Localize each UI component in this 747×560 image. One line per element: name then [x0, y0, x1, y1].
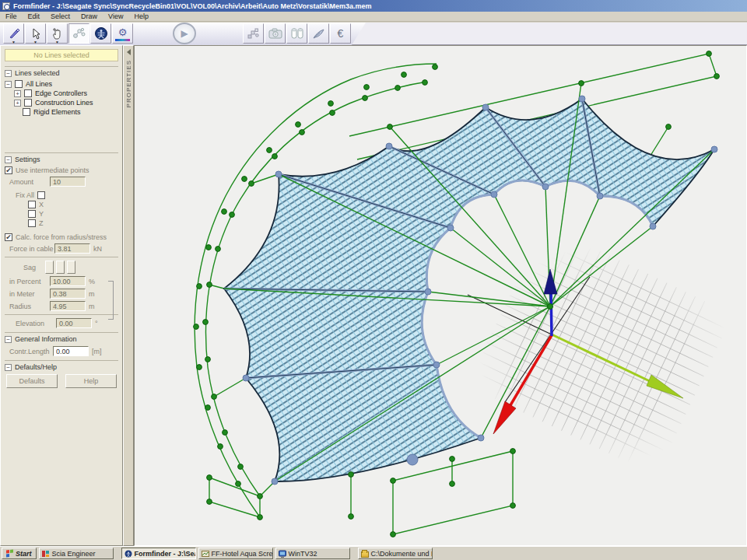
euro-icon: €: [338, 27, 344, 40]
toolbar: ▼ ▼ ▼: [0, 23, 747, 45]
model-viewport[interactable]: [134, 45, 747, 546]
construction-lines-checkbox[interactable]: [24, 99, 32, 107]
snapshot-button[interactable]: [265, 23, 286, 44]
axis-triad: [493, 269, 683, 434]
amount-field[interactable]: [50, 177, 86, 187]
menu-edit[interactable]: Edit: [23, 12, 46, 21]
radius-unit: m: [89, 303, 95, 310]
section-lines-selected: − Lines selected − All Lines + Edge Cont…: [5, 66, 118, 149]
dropdown-arrow-icon[interactable]: ▼: [33, 40, 37, 44]
settings-gear-button[interactable]: ⚙: [112, 23, 133, 44]
in-percent-field[interactable]: [50, 276, 86, 286]
contr-length-field[interactable]: [53, 346, 89, 356]
arc-endcap-quad: [209, 478, 260, 517]
settings-title: Settings: [15, 156, 40, 163]
section-settings: − Settings ✔ Use intermediate points Amo…: [5, 152, 118, 328]
collapse-panel-icon[interactable]: [127, 49, 131, 55]
menu-view[interactable]: View: [103, 12, 128, 21]
all-lines-checkbox[interactable]: [15, 80, 23, 88]
spools-icon: [290, 27, 304, 40]
tree-expander-icon[interactable]: +: [14, 100, 21, 107]
properties-tab-label: PROPERTIES: [125, 60, 132, 107]
fix-y-checkbox[interactable]: [28, 210, 36, 218]
contr-length-unit: [m]: [92, 348, 102, 355]
fix-all-checkbox[interactable]: [37, 191, 45, 199]
ground-grid: [473, 238, 726, 463]
pen-feather-button[interactable]: [308, 23, 329, 44]
in-percent-label: in Percent: [9, 278, 50, 285]
vitruvian-man-icon: [94, 26, 108, 40]
fix-all-label: Fix All: [16, 191, 34, 199]
tree-item-edge-controllers[interactable]: Edge Controllers: [35, 89, 87, 97]
tree-expander-icon[interactable]: −: [5, 81, 12, 88]
collapse-box-icon[interactable]: −: [5, 364, 12, 371]
taskbar-item-ff-hotel[interactable]: FF-Hotel Aqua Screensh...: [198, 548, 273, 559]
elevation-field[interactable]: [56, 318, 92, 328]
force-in-cable-field[interactable]: [54, 243, 90, 254]
start-button[interactable]: Start: [2, 548, 37, 559]
select-tool-button[interactable]: ▼: [25, 23, 46, 44]
free-point-marker[interactable]: [407, 454, 418, 465]
tree-item-rigid-elements[interactable]: Rigid Elements: [33, 108, 81, 116]
taskbar-item-explorer[interactable]: C:\Dokumente und Einst...: [358, 548, 433, 559]
run-play-button[interactable]: ▶: [173, 23, 196, 44]
pencil-tool-button[interactable]: ▼: [3, 23, 24, 44]
titlebar[interactable]: Formfinder - J:\Seagate Sync\SyncRecycle…: [0, 0, 747, 12]
fix-z-checkbox[interactable]: [28, 219, 36, 227]
node-network-button[interactable]: [243, 23, 264, 44]
membrane-panel: [224, 289, 437, 378]
help-button[interactable]: Help: [65, 374, 117, 388]
fix-x-checkbox[interactable]: [28, 201, 36, 208]
force-unit: kN: [93, 245, 102, 253]
pencil-icon: [8, 27, 20, 40]
wintv-icon: [279, 550, 286, 558]
fix-x-label: X: [39, 201, 44, 208]
sag-toggle-buttons[interactable]: [45, 261, 75, 274]
tree-expander-icon[interactable]: +: [14, 90, 21, 97]
fix-z-label: Z: [39, 219, 44, 227]
formfind-network-button[interactable]: [68, 23, 89, 44]
defaults-button[interactable]: Defaults: [6, 374, 58, 388]
menu-help[interactable]: Help: [128, 12, 154, 21]
section-general-information: − General Information Contr.Length [m]: [5, 332, 118, 356]
edge-controllers-checkbox[interactable]: [24, 89, 32, 97]
window-title: Formfinder - J:\Seagate Sync\SyncRecycle…: [13, 2, 371, 10]
gear-gradient-bar: [115, 39, 130, 41]
radius-field[interactable]: [50, 301, 86, 311]
dropdown-arrow-icon[interactable]: ▼: [12, 40, 16, 44]
elevation-label: Elevation: [16, 320, 56, 327]
pan-tool-button[interactable]: ▼: [47, 23, 68, 44]
properties-tab[interactable]: PROPERTIES: [123, 45, 134, 546]
sag-label: Sag: [23, 264, 45, 271]
collapse-box-icon[interactable]: −: [5, 156, 12, 163]
calc-force-label: Calc. force from radius/stress: [16, 233, 107, 241]
menu-draw[interactable]: Draw: [75, 12, 103, 21]
tree-item-construction-lines[interactable]: Construction Lines: [35, 99, 93, 107]
scia-icon: [42, 550, 50, 558]
membrane-panel: [246, 365, 481, 481]
windows-logo-icon: [6, 550, 13, 558]
menu-file[interactable]: File: [0, 12, 23, 21]
use-intermediate-points-checkbox[interactable]: ✔: [5, 166, 12, 174]
properties-panel: No Lines selected − Lines selected − All…: [0, 45, 123, 546]
membrane-scene[interactable]: [135, 46, 747, 546]
cost-euro-button[interactable]: €: [330, 23, 351, 44]
rigid-elements-checkbox[interactable]: [23, 108, 30, 116]
calc-force-checkbox[interactable]: ✔: [5, 233, 12, 241]
tree-item-all-lines[interactable]: All Lines: [26, 80, 52, 88]
formfinder-man-button[interactable]: [90, 23, 111, 44]
taskbar-item-scia[interactable]: Scia Engineer: [39, 548, 114, 559]
taskbar-item-formfinder[interactable]: Formfinder - J:\Seaga...: [121, 548, 196, 559]
start-label: Start: [16, 550, 32, 558]
collapse-box-icon[interactable]: −: [5, 336, 12, 343]
amount-label: Amount: [9, 178, 50, 186]
material-spools-button[interactable]: [286, 23, 307, 44]
feather-icon: [312, 28, 325, 40]
in-meter-field[interactable]: [50, 289, 86, 299]
taskbar-item-wintv[interactable]: WinTV32: [275, 548, 350, 559]
fix-y-label: Y: [39, 210, 44, 218]
menu-select[interactable]: Select: [45, 12, 75, 21]
collapse-box-icon[interactable]: −: [5, 70, 12, 77]
dropdown-arrow-icon[interactable]: ▼: [55, 40, 59, 44]
z-axis-blue: [551, 291, 552, 336]
